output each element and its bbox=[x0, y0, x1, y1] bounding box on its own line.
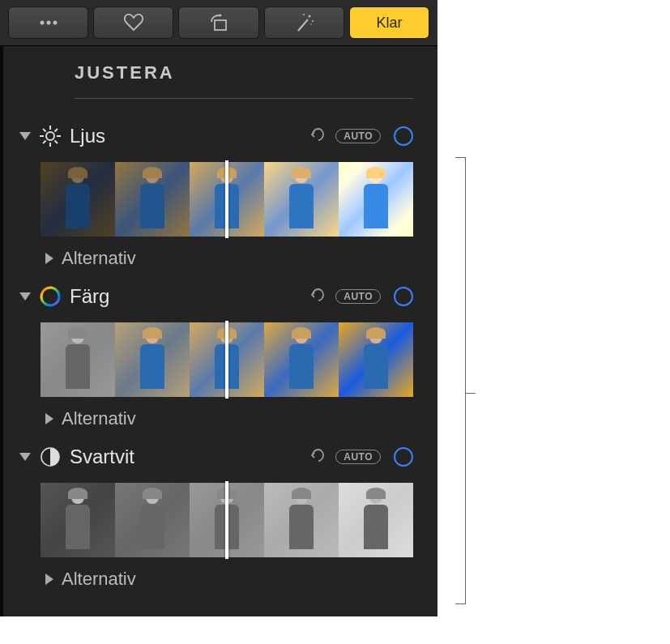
color-options-toggle[interactable]: Alternativ bbox=[42, 408, 413, 429]
adjust-content: JUSTERA bbox=[0, 46, 437, 616]
bw-slider-handle[interactable] bbox=[225, 481, 228, 559]
rotate-icon bbox=[208, 14, 229, 32]
svg-line-15 bbox=[55, 141, 58, 144]
light-reset-button[interactable] bbox=[309, 127, 324, 146]
color-slider[interactable] bbox=[41, 322, 413, 397]
toolbar: Klar bbox=[0, 0, 437, 46]
chevron-right-icon bbox=[45, 253, 53, 264]
color-slider-handle[interactable] bbox=[225, 321, 228, 399]
heart-icon bbox=[124, 14, 143, 32]
svg-point-5 bbox=[309, 15, 311, 18]
undo-icon bbox=[309, 127, 324, 142]
svg-point-0 bbox=[40, 21, 44, 25]
color-enable-toggle[interactable] bbox=[394, 287, 413, 306]
rotate-button[interactable] bbox=[178, 6, 258, 39]
light-auto-button[interactable]: AUTO bbox=[335, 129, 381, 143]
svg-point-8 bbox=[310, 23, 312, 25]
svg-point-2 bbox=[53, 21, 57, 25]
undo-icon bbox=[309, 448, 324, 463]
color-label: Färg bbox=[70, 285, 301, 308]
svg-line-16 bbox=[43, 141, 46, 144]
bw-disclosure[interactable] bbox=[19, 453, 31, 461]
undo-icon bbox=[309, 288, 324, 302]
svg-point-7 bbox=[312, 20, 314, 22]
light-slider-handle[interactable] bbox=[225, 160, 228, 238]
light-section: Ljus AUTO Alternat bbox=[19, 123, 413, 269]
color-reset-button[interactable] bbox=[309, 288, 324, 306]
svg-rect-3 bbox=[215, 20, 226, 30]
color-options-label: Alternativ bbox=[62, 408, 136, 429]
ellipsis-icon bbox=[40, 20, 58, 25]
panel-title: JUSTERA bbox=[75, 62, 413, 99]
light-label: Ljus bbox=[70, 125, 301, 147]
bw-auto-button[interactable]: AUTO bbox=[335, 450, 381, 464]
light-icon bbox=[39, 125, 62, 147]
callout-bracket bbox=[442, 157, 466, 604]
color-icon bbox=[39, 285, 62, 308]
favorite-button[interactable] bbox=[93, 6, 173, 39]
bw-options-toggle[interactable]: Alternativ bbox=[42, 569, 413, 590]
svg-point-9 bbox=[46, 132, 54, 140]
done-button[interactable]: Klar bbox=[349, 6, 429, 39]
color-disclosure[interactable] bbox=[19, 292, 31, 301]
light-options-toggle[interactable]: Alternativ bbox=[42, 248, 413, 269]
adjust-panel: Klar JUSTERA bbox=[0, 0, 437, 616]
chevron-right-icon bbox=[45, 574, 53, 585]
svg-line-14 bbox=[43, 129, 46, 132]
magic-button[interactable] bbox=[264, 6, 344, 39]
chevron-right-icon bbox=[45, 413, 53, 424]
bw-section: Svartvit AUTO Alte bbox=[19, 444, 413, 590]
bw-icon bbox=[39, 446, 62, 468]
callout-tick bbox=[466, 393, 476, 394]
bw-options-label: Alternativ bbox=[62, 569, 136, 590]
color-section: Färg AUTO Alternat bbox=[19, 284, 413, 429]
bw-slider[interactable] bbox=[41, 483, 413, 557]
svg-line-17 bbox=[55, 129, 58, 132]
color-auto-button[interactable]: AUTO bbox=[335, 289, 381, 304]
more-button[interactable] bbox=[8, 6, 88, 39]
svg-point-1 bbox=[46, 21, 50, 25]
svg-point-18 bbox=[41, 288, 59, 305]
svg-line-4 bbox=[298, 19, 308, 31]
wand-icon bbox=[293, 13, 314, 32]
light-disclosure[interactable] bbox=[19, 132, 31, 140]
bw-reset-button[interactable] bbox=[309, 448, 324, 467]
light-slider[interactable] bbox=[41, 162, 413, 237]
light-enable-toggle[interactable] bbox=[394, 126, 413, 146]
bw-enable-toggle[interactable] bbox=[394, 447, 413, 467]
light-options-label: Alternativ bbox=[62, 248, 136, 269]
svg-point-6 bbox=[303, 14, 305, 15]
bw-label: Svartvit bbox=[70, 446, 301, 468]
